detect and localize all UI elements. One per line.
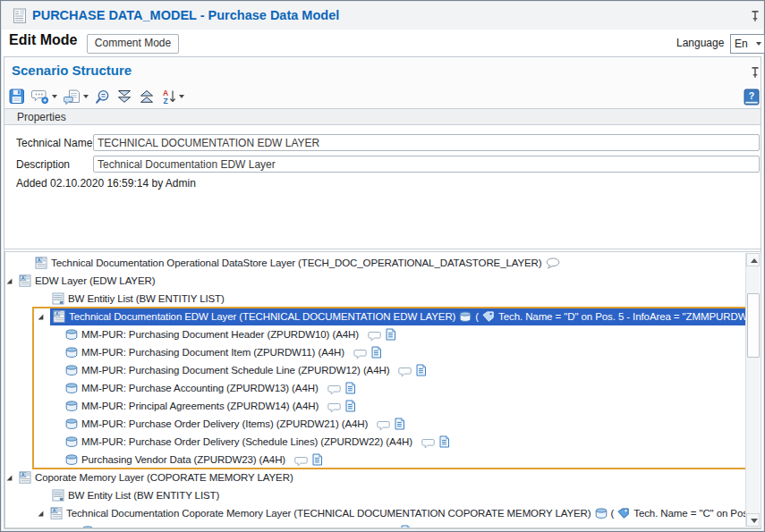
comment-bubble-icon[interactable] [327,402,341,413]
tree-row-cm-doc[interactable]: Technical Documentation Coporate Memory … [6,504,747,522]
tree-row-label: Coporate Memory Layer (COPORATE MEMORY L… [35,472,293,483]
copy-note-icon [64,89,81,105]
tree-row-label: MM-PUR: Purchasing Document Header (ZPUR… [81,329,359,340]
adso-icon [65,401,78,411]
chevron-down-icon [83,95,89,98]
expander-icon[interactable] [38,314,44,320]
note-document-icon[interactable] [439,435,449,448]
help-icon[interactable] [744,89,760,106]
comment-bubble-icon[interactable] [327,384,341,395]
panel-pin-icon[interactable] [750,66,761,79]
tree-row-corporate-memory-layer[interactable]: Coporate Memory Layer (COPORATE MEMORY L… [6,469,747,486]
tag-icon [617,508,630,519]
condition-text: Tech. Name = "C" on Pos. 5 - InfoArea [633,508,747,519]
comment-bubble-icon[interactable] [294,456,308,467]
note-document-icon[interactable] [371,346,381,359]
tree-row-bw-entity-list-edw[interactable]: BW Entitiy List (BW ENTITIY LIST) [6,290,747,308]
language-label: Language [676,37,724,49]
note-document-icon[interactable] [345,400,355,412]
save-icon[interactable] [9,89,25,105]
technical-name-input[interactable] [93,134,760,151]
tree-row-zpurdw22[interactable]: MM-PUR: Purchase Order Delivery (Schedul… [6,433,747,451]
entity-list-icon [52,489,64,502]
properties-tab[interactable]: Properties [17,111,66,123]
language-select[interactable]: En [730,34,765,54]
tree-row-label: MM-PUR: Purchasing Document Header (ZPUR… [98,526,374,528]
expander-icon[interactable] [6,475,13,481]
tree-row-zpurdw13[interactable]: MM-PUR: Purchase Accounting (ZPURDW13) (… [6,379,747,397]
tree-row-zpurdw14[interactable]: MM-PUR: Principal Agreements (ZPURDW14) … [6,397,747,415]
tree-row-zpurdw21[interactable]: MM-PUR: Purchase Order Delivery (Items) … [6,415,747,433]
note-document-icon[interactable] [401,525,411,528]
tag-icon [482,311,495,322]
arrow-up-icon [751,258,758,263]
note-document-icon[interactable] [345,382,355,394]
paren: ( [475,311,479,322]
tree-row-label: Technical Documentation Coporate Memory … [66,508,591,519]
tree-row-edw-layer[interactable]: EDW Layer (EDW LAYER) [6,272,747,290]
zoom-icon[interactable] [95,89,110,104]
expander-icon[interactable] [6,278,13,284]
adso-icon [81,526,94,528]
scenario-tree: Technical Documentation Operational Data… [4,251,761,528]
tree-row-bw-entity-list-cm[interactable]: BW Entity List (BW ENTITY LIST) [6,486,747,504]
comment-bubble-icon[interactable] [421,438,435,449]
comment-bubble-icon[interactable] [398,367,412,377]
comment-bubble-icon[interactable] [353,349,367,359]
scrollbar-thumb[interactable] [747,293,760,358]
adso-icon [65,436,78,447]
collapse-all-icon[interactable] [139,89,155,104]
description-input[interactable] [93,156,760,173]
scroll-down-button[interactable] [746,513,760,527]
note-document-icon[interactable] [386,328,395,341]
tree-row-label: MM-PUR: Principal Agreements (ZPURDW14) … [81,401,319,411]
pin-icon[interactable] [750,10,761,22]
tree-row-partial[interactable]: MM-PUR: Purchasing Document Header (ZPUR… [6,522,747,528]
sort-button[interactable] [161,89,184,105]
comment-mode-button[interactable]: Comment Mode [87,34,179,54]
paren: ( [611,508,615,519]
tree-row-label: MM-PUR: Purchase Order Delivery (Items) … [81,418,368,429]
add-comment-button[interactable] [31,89,57,104]
edit-mode-label: Edit Mode [9,32,77,48]
adso-icon [65,329,78,340]
vertical-scrollbar[interactable] [745,253,760,527]
chevron-down-icon [179,95,184,98]
selected-row-highlight[interactable]: Technical Documentation EDW Layer (TECHN… [50,308,747,325]
chevron-down-icon [52,95,57,98]
scenario-structure-heading: Scenario Structure [12,63,132,78]
note-document-icon[interactable] [395,418,404,430]
title-bar: PURCHASE DATA_MODEL - Purchase Data Mode… [2,2,763,30]
tree-row-edw-doc-selected[interactable]: Technical Documentation EDW Layer (TECHN… [6,308,747,325]
note-document-icon[interactable] [312,453,322,466]
comment-bubble-icon[interactable] [377,420,390,431]
tree-row-label: BW Entity List (BW ENTITY LIST) [68,490,219,501]
language-value: En [735,38,748,50]
tree-row-zpurdw11[interactable]: MM-PUR: Purchasing Document Item (ZPURDW… [6,343,747,361]
adso-icon [65,454,78,465]
description-label: Description [16,158,70,171]
scenario-doc-icon [50,507,63,519]
expander-icon[interactable] [38,511,44,517]
note-document-icon[interactable] [416,364,426,376]
entity-list-icon [52,292,64,305]
scroll-up-button[interactable] [746,253,760,266]
app-window: { "window": { "title": "PURCHASE DATA_MO… [0,0,765,532]
tree-row-label: MM-PUR: Purchasing Document Schedule Lin… [81,365,389,376]
scenario-doc-icon [19,274,31,287]
page-title: PURCHASE DATA_MODEL - Purchase Data Mode… [32,8,339,22]
tree-row-label: EDW Layer (EDW LAYER) [35,275,155,286]
tree-row-label: Technical Documentation EDW Layer (TECHN… [69,311,455,322]
tree-row-operational-datastore-layer[interactable]: Technical Documentation Operational Data… [6,254,747,272]
arrow-down-icon [751,519,758,523]
tree-row-zpurdw12[interactable]: MM-PUR: Purchasing Document Schedule Lin… [6,361,747,379]
tree-row-zpurdw23[interactable]: Purchasing Vendor Data (ZPURDW23) (A4H) [6,451,747,469]
tree-row-zpurdw10[interactable]: MM-PUR: Purchasing Document Header (ZPUR… [6,325,747,343]
expand-all-icon[interactable] [116,89,132,104]
adso-icon [65,347,78,358]
comment-bubble-icon[interactable] [368,331,381,342]
comment-bubble-icon[interactable] [546,258,560,269]
properties-panel: Technical Name Description Added 02.10.2… [4,125,761,249]
copy-note-button[interactable] [64,89,89,105]
tree-rows: Technical Documentation Operational Data… [6,252,747,528]
